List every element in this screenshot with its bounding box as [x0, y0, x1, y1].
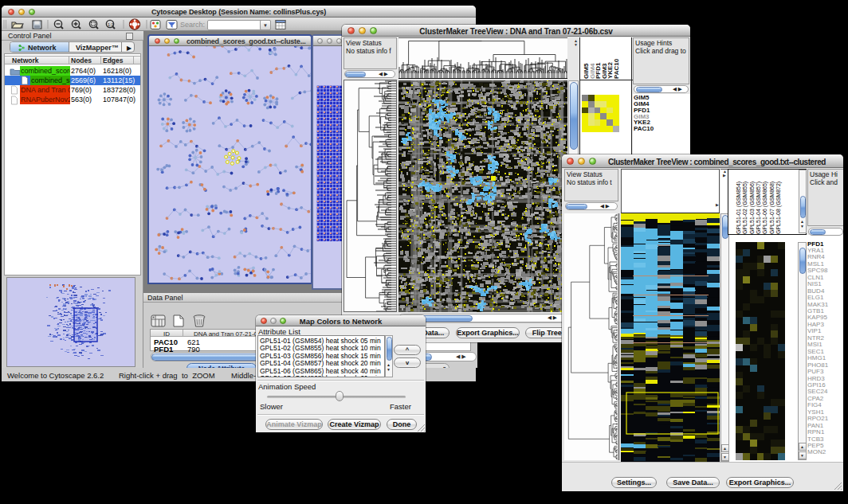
svg-text:1:1: 1:1 [108, 22, 114, 27]
